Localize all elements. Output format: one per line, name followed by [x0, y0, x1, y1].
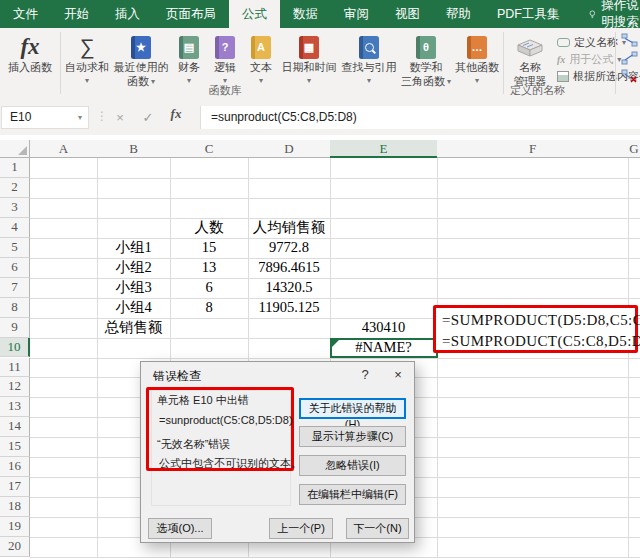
cell-C7[interactable]: 6 [170, 278, 248, 298]
row-header-13[interactable]: 13 [0, 397, 30, 417]
ribbon-tab-1[interactable]: 文件 [0, 0, 51, 28]
ignore-error-button[interactable]: 忽略错误(I) [299, 455, 406, 476]
trace-precedents-icon[interactable] [621, 33, 638, 47]
enter-icon[interactable]: ✓ [136, 106, 160, 129]
cell-D4[interactable]: 人均销售额 [248, 218, 330, 238]
row-header-9[interactable]: 9 [0, 318, 30, 338]
ribbon-tab-7[interactable]: 审阅 [331, 0, 382, 28]
cell-B7[interactable]: 小组3 [97, 278, 170, 298]
cell-B6[interactable]: 小组2 [97, 258, 170, 278]
column-header-D[interactable]: D [248, 140, 331, 158]
column-header-B[interactable]: B [97, 140, 171, 158]
text-icon: A [251, 33, 271, 61]
cell-D6[interactable]: 7896.4615 [248, 258, 330, 278]
row-header-10[interactable]: 10 [0, 338, 30, 358]
ribbon-button-text[interactable]: A文本▾ [243, 30, 279, 85]
cell-D8[interactable]: 11905.125 [248, 298, 330, 318]
dialog-error-line-3: “无效名称”错误 [157, 437, 230, 452]
logical-icon: ? [215, 33, 235, 61]
column-header-F[interactable]: F [437, 140, 629, 158]
name-manager-button[interactable]: 名称 管理器 [506, 30, 554, 88]
cell-D7[interactable]: 14320.5 [248, 278, 330, 298]
ribbon-button-logical[interactable]: ?逻辑▾ [207, 30, 243, 85]
cell-E9[interactable]: 430410 [330, 318, 437, 338]
row-header-16[interactable]: 16 [0, 457, 30, 477]
ribbon-button-recent-functions[interactable]: ★最近使用的函数▾ [111, 30, 171, 88]
tell-me-search[interactable]: 操作说明搜索 [589, 0, 640, 28]
row-header-19[interactable]: 19 [0, 517, 30, 537]
cell-C5[interactable]: 15 [170, 238, 248, 258]
trace-dependents-icon[interactable] [621, 51, 638, 65]
dialog-help-icon[interactable]: ? [353, 365, 377, 384]
cell-B5[interactable]: 小组1 [97, 238, 170, 258]
ribbon-tab-4[interactable]: 页面布局 [153, 0, 229, 28]
ribbon-button-autosum[interactable]: ∑自动求和▾ [63, 30, 111, 85]
ribbon-tab-5[interactable]: 公式 [229, 0, 280, 28]
ribbon-button-financial[interactable]: ▤财务▾ [171, 30, 207, 85]
ribbon-tab-9[interactable]: 帮助 [433, 0, 484, 28]
next-button[interactable]: 下一个(N) [346, 518, 409, 539]
dialog-close-icon[interactable]: × [386, 365, 410, 384]
row-header-17[interactable]: 17 [0, 477, 30, 497]
column-header-G[interactable]: G [628, 140, 640, 158]
cancel-icon[interactable]: × [108, 106, 132, 129]
lookup-reference-icon [359, 33, 379, 61]
row-header-7[interactable]: 7 [0, 278, 30, 298]
row-header-18[interactable]: 18 [0, 497, 30, 517]
name-box-dropdown-icon[interactable]: ▾ [78, 107, 82, 128]
row-header-6[interactable]: 6 [0, 258, 30, 278]
ribbon-tab-6[interactable]: 数据 [280, 0, 331, 28]
cell-C8[interactable]: 8 [170, 298, 248, 318]
row-header-11[interactable]: 11 [0, 358, 30, 378]
formula-input[interactable]: =sunproduct(C5:C8,D5:D8) [201, 106, 640, 129]
options-button[interactable]: 选项(O)... [148, 518, 212, 539]
ribbon-button-more-functions[interactable]: …其他函数▾ [453, 30, 501, 85]
cell-B9[interactable]: 总销售额 [97, 318, 170, 338]
column-header-A[interactable]: A [30, 140, 98, 158]
remove-arrows-icon[interactable] [621, 69, 638, 83]
row-header-5[interactable]: 5 [0, 238, 30, 258]
row-header-8[interactable]: 8 [0, 298, 30, 318]
cell-B8[interactable]: 小组4 [97, 298, 170, 318]
row-header-2[interactable]: 2 [0, 178, 30, 198]
ribbon-tabs: 文件开始插入页面布局公式数据审阅视图帮助PDF工具集 [0, 0, 573, 28]
previous-button[interactable]: 上一个(P) [269, 518, 333, 539]
insert-function-fx-icon[interactable]: fx [164, 106, 188, 129]
more-functions-icon: … [467, 33, 487, 61]
name-manager-label-1: 名称 [519, 61, 541, 75]
show-calculation-steps-button[interactable]: 显示计算步骤(C) [299, 426, 406, 447]
row-header-1[interactable]: 1 [0, 158, 30, 178]
ribbon-tab-2[interactable]: 开始 [51, 0, 102, 28]
ribbon-tab-8[interactable]: 视图 [382, 0, 433, 28]
ribbon-button-lookup-reference[interactable]: 查找与引用▾ [339, 30, 399, 85]
cell-D5[interactable]: 9772.8 [248, 238, 330, 258]
dialog-error-line-4: 公式中包含不可识别的文本。 [159, 456, 302, 471]
row-header-4[interactable]: 4 [0, 218, 30, 238]
use-in-formula-icon: fx [557, 54, 565, 65]
row-header-3[interactable]: 3 [0, 198, 30, 218]
ribbon-button-date-time[interactable]: ▦日期和时间▾ [279, 30, 339, 85]
gridline [30, 198, 640, 199]
ribbon-button-math-trig[interactable]: θ数学和三角函数▾ [399, 30, 453, 88]
column-header-E[interactable]: E [330, 140, 438, 158]
select-all-corner[interactable] [0, 140, 30, 158]
help-on-error-button[interactable]: 关于此错误的帮助(H) [299, 398, 406, 419]
annotation-formula-line: =SUMPRODUCT(C5:C8,D5:D8) [436, 331, 635, 352]
recent-functions-icon: ★ [131, 33, 151, 61]
insert-function-label: 插入函数 [8, 61, 52, 75]
row-header-14[interactable]: 14 [0, 417, 30, 437]
row-header-15[interactable]: 15 [0, 437, 30, 457]
ribbon-tab-3[interactable]: 插入 [102, 0, 153, 28]
insert-function-button[interactable]: fx 插入函数 [2, 30, 58, 75]
cell-C6[interactable]: 13 [170, 258, 248, 278]
ribbon-separator [615, 32, 616, 94]
column-header-C[interactable]: C [170, 140, 249, 158]
name-box[interactable]: E10 ▾ [1, 106, 89, 129]
date-time-icon: ▦ [299, 33, 319, 61]
row-header-12[interactable]: 12 [0, 377, 30, 397]
row-header-20[interactable]: 20 [0, 537, 30, 557]
edit-in-formula-bar-button[interactable]: 在编辑栏中编辑(F) [299, 484, 406, 505]
cell-C4[interactable]: 人数 [170, 218, 248, 238]
ribbon-tab-10[interactable]: PDF工具集 [484, 0, 573, 28]
tell-me-label: 操作说明搜索 [601, 0, 640, 31]
